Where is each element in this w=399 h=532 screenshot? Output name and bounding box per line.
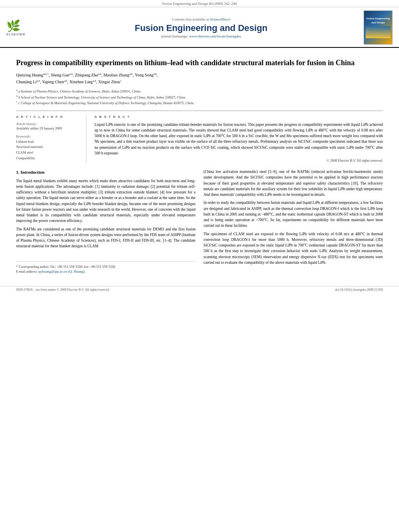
affiliation-a: a a Institute of Plasma Physics, Chinese…: [16, 88, 383, 94]
body-para-4: In order to study the compatibility betw…: [204, 200, 383, 228]
copyright-notice: 0920-3796/$ – see front matter © 2008 El…: [16, 288, 110, 292]
affiliation-c: c c College of Aerospace & Materials Eng…: [16, 100, 383, 106]
footnote-star: * Corresponding author. Tel.: +86 551 55…: [16, 264, 195, 269]
elsevier-tree-icon: 🌿: [6, 19, 21, 33]
sciencedirect-label: Contents lists available at ScienceDirec…: [39, 17, 364, 21]
affiliation-b: b b School of Nuclear Science and Techno…: [16, 94, 383, 100]
doi: doi:10.1016/j.fusengdes.2008.12.038: [335, 288, 383, 292]
body-para-1: The liquid metal blankets exhibit many m…: [16, 178, 195, 224]
journal-cover-thumbnail: Fusion Engineeringand Design: [364, 10, 393, 45]
article-info-label: A R T I C L E I N F O: [16, 115, 80, 119]
body-col-left: 1. Introduction The liquid metal blanket…: [16, 169, 195, 275]
keyword-compatibility: Compatibility: [16, 156, 80, 161]
journal-header: 🌿 ELSEVIER Contents lists available at S…: [0, 7, 399, 48]
cover-graphic: [366, 26, 391, 38]
main-content: Progress in compatibility experiments on…: [0, 48, 399, 283]
keyword-structural: Structural materials: [16, 144, 80, 150]
copyright: © 2008 Elsevier B.V. All rights reserved…: [95, 158, 383, 162]
homepage-link[interactable]: www.elsevier.com/locate/fusengdes: [189, 34, 241, 38]
history-value: Available online 29 January 2009: [16, 126, 80, 130]
history-label: Article history:: [16, 122, 80, 126]
abstract: A B S T R A C T Liquid LiPb eutectic is …: [95, 115, 383, 163]
article-info: A R T I C L E I N F O Article history: A…: [16, 115, 86, 163]
footnote-email: E-mail address: qyhuang@ipp.ac.cn (Q. Hu…: [16, 269, 195, 275]
section1-heading: 1. Introduction: [16, 169, 195, 176]
journal-homepage: journal homepage: www.elsevier.com/locat…: [39, 34, 364, 38]
journal-header-center: Contents lists available at ScienceDirec…: [39, 17, 364, 38]
body-col-right: (China low activation martensitic) steel…: [204, 169, 383, 275]
body-para-2: The RAFMs are considered as one of the p…: [16, 226, 195, 249]
abstract-text: Liquid LiPb eutectic is one of the promi…: [95, 122, 383, 156]
elsevier-logo: 🌿 ELSEVIER: [6, 19, 39, 36]
top-bar: Fusion Engineering and Design 84 (2009) …: [0, 0, 399, 7]
keywords-label: Keywords:: [16, 134, 80, 138]
bottom-bar: 0920-3796/$ – see front matter © 2008 El…: [0, 286, 399, 293]
abstract-label: A B S T R A C T: [95, 115, 383, 119]
authors: Qunying Huanga,b,*, Sheng Gaoa,b, Zhiqia…: [16, 72, 383, 86]
body-para-5: The specimens of CLAM steel are exposed …: [204, 231, 383, 266]
authors-line1: Qunying Huanga,b,*, Sheng Gaoa,b, Zhiqia…: [16, 73, 158, 77]
journal-title: Fusion Engineering and Design: [39, 23, 364, 33]
body-section: 1. Introduction The liquid metal blanket…: [16, 169, 383, 275]
keyword-clam: CLAM steel: [16, 150, 80, 156]
body-para-3: (China low activation martensitic) steel…: [204, 169, 383, 197]
article-info-abstract: A R T I C L E I N F O Article history: A…: [16, 111, 383, 163]
authors-line2: Chunjing Lia,b, Yaping Chena,b, Xinzhen …: [16, 80, 121, 84]
footnote-area: * Corresponding author. Tel.: +86 551 55…: [16, 261, 195, 275]
keyword-lithium: Lithium lead: [16, 139, 80, 145]
elsevier-name: ELSEVIER: [6, 33, 25, 36]
journal-citation: Fusion Engineering and Design 84 (2009) …: [162, 2, 237, 6]
sciencedirect-link[interactable]: ScienceDirect: [210, 17, 230, 21]
article-title: Progress in compatibility experiments on…: [16, 58, 383, 68]
affiliations: a a Institute of Plasma Physics, Chinese…: [16, 88, 383, 106]
